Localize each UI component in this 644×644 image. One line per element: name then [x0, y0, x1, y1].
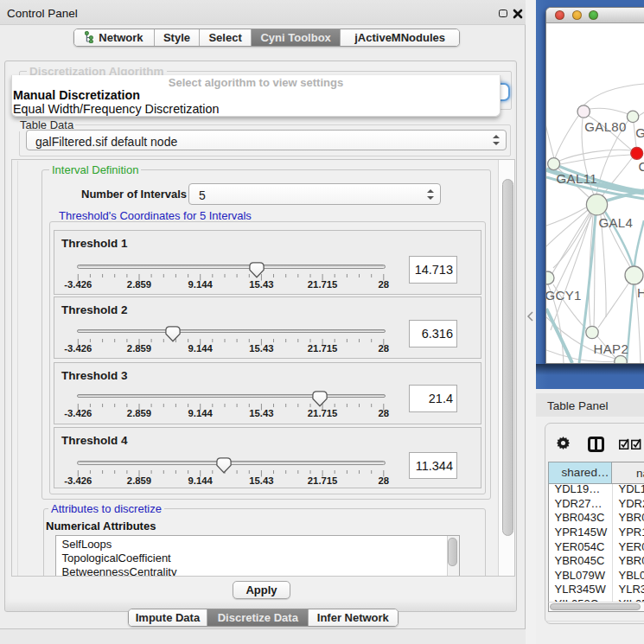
svg-text:CY: CY — [639, 159, 644, 174]
svg-text:HAP2: HAP2 — [594, 341, 629, 356]
svg-text:GAL11: GAL11 — [557, 171, 597, 186]
svg-text:GAL4: GAL4 — [598, 215, 633, 230]
svg-text:GCY1: GCY1 — [546, 288, 582, 303]
svg-text:GAL80: GAL80 — [584, 119, 626, 134]
svg-text:GA: GA — [635, 125, 644, 140]
svg-text:HI: HI — [637, 285, 644, 300]
